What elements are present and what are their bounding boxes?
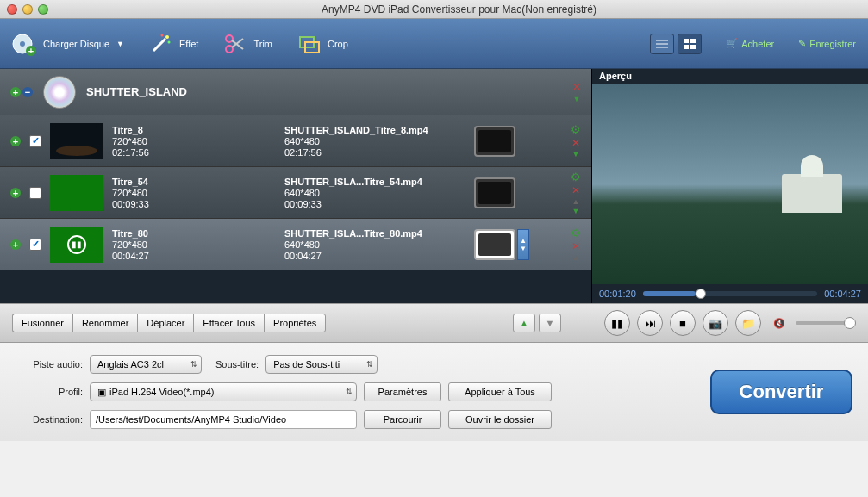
volume-icon[interactable]: 🔇 <box>773 318 785 329</box>
svg-rect-18 <box>690 39 696 43</box>
expand-icon[interactable]: + <box>10 87 21 97</box>
source-title: Titre_54 <box>112 177 276 187</box>
preview-label: Aperçu <box>592 69 868 84</box>
load-disc-button[interactable]: + Charger Disque ▼ <box>12 32 124 56</box>
gear-icon[interactable]: ⚙ <box>571 227 581 239</box>
svg-rect-17 <box>684 39 689 43</box>
title-row[interactable]: + Titre_54 720*480 00:09:33 SHUTTER_ISLA… <box>0 167 591 219</box>
remove-disc-icon[interactable]: ✕ <box>572 81 581 93</box>
move-up-button[interactable]: ▲ <box>513 314 535 332</box>
open-folder-button[interactable]: 📁 <box>735 310 761 336</box>
list-view-button[interactable] <box>650 34 674 54</box>
disc-header-row[interactable]: + − SHUTTER_ISLAND ✕ ▼ <box>0 69 591 115</box>
window-title: AnyMP4 DVD iPad Convertisseur pour Mac(N… <box>57 3 861 16</box>
svg-point-7 <box>167 40 170 43</box>
disc-plus-icon: + <box>12 32 36 56</box>
device-icon[interactable] <box>474 229 515 260</box>
row-checkbox[interactable] <box>29 135 41 147</box>
device-icon[interactable] <box>474 126 515 157</box>
open-folder-button[interactable]: Ouvrir le dossier <box>448 410 552 429</box>
move-up-icon[interactable]: ▲ <box>572 253 580 262</box>
output-name: SHUTTER_ISLA...Titre_54.mp4 <box>284 177 465 187</box>
scissors-icon <box>222 32 247 56</box>
pen-icon: ✎ <box>798 38 806 49</box>
properties-button[interactable]: Propriétés <box>264 314 326 332</box>
main-toolbar: + Charger Disque ▼ Effet Trim Crop 🛒Ache… <box>0 19 868 69</box>
source-title: Titre_8 <box>112 125 276 135</box>
volume-slider[interactable] <box>796 321 856 325</box>
remove-row-icon[interactable]: ✕ <box>571 184 580 196</box>
expand-icon[interactable]: + <box>10 136 21 146</box>
minimize-icon[interactable] <box>22 4 33 15</box>
disc-icon <box>43 76 76 109</box>
browse-button[interactable]: Parcourir <box>364 410 441 429</box>
svg-rect-19 <box>684 45 689 49</box>
remove-row-icon[interactable]: ✕ <box>571 240 580 252</box>
thumbnail <box>50 123 103 159</box>
seek-slider[interactable] <box>643 291 817 296</box>
grid-view-button[interactable] <box>678 34 702 54</box>
collapse-icon[interactable]: − <box>22 87 33 97</box>
title-row[interactable]: + Titre_80 720*480 00:04:27 SHUTTER_ISLA… <box>0 219 591 270</box>
bottom-panel: Piste audio: Anglais AC3 2cl Sous-titre:… <box>0 343 868 441</box>
svg-line-11 <box>232 39 243 47</box>
main-area: + − SHUTTER_ISLAND ✕ ▼ + Titre_8 720*480… <box>0 69 868 303</box>
audio-track-label: Piste audio: <box>16 359 83 370</box>
zoom-icon[interactable] <box>38 4 48 15</box>
controls-bar: Fusionner Renommer Déplacer Effacer Tous… <box>0 303 868 343</box>
register-link[interactable]: ✎Enregistrer <box>798 38 856 49</box>
pause-button[interactable]: ▮▮ <box>604 310 630 336</box>
gear-icon[interactable]: ⚙ <box>571 171 581 183</box>
source-res: 720*480 <box>112 188 276 198</box>
source-title: Titre_80 <box>112 228 276 239</box>
output-name: SHUTTER_ISLA...Titre_80.mp4 <box>284 228 465 239</box>
clear-all-button[interactable]: Effacer Tous <box>193 314 264 332</box>
snapshot-button[interactable]: 📷 <box>703 310 728 336</box>
wand-icon <box>148 32 172 56</box>
row-checkbox[interactable] <box>29 187 41 199</box>
next-button[interactable]: ⏭ <box>637 310 663 336</box>
move-down-button[interactable]: ▼ <box>539 314 561 332</box>
expand-icon[interactable]: + <box>10 188 21 198</box>
close-icon[interactable] <box>7 4 17 15</box>
crop-label: Crop <box>328 39 348 49</box>
rename-button[interactable]: Renommer <box>72 314 137 332</box>
remove-row-icon[interactable]: ✕ <box>571 137 580 149</box>
svg-rect-20 <box>690 45 696 49</box>
load-disc-label: Charger Disque <box>43 39 109 49</box>
move-down-icon[interactable]: ▼ <box>572 207 580 215</box>
crop-button[interactable]: Crop <box>297 32 348 56</box>
destination-field[interactable]: /Users/test/Documents/AnyMP4 Studio/Vide… <box>90 410 357 429</box>
trim-button[interactable]: Trim <box>222 32 272 56</box>
expand-icon[interactable]: + <box>10 239 21 250</box>
move-button[interactable]: Déplacer <box>137 314 193 332</box>
move-up-icon[interactable]: ▲ <box>572 197 580 206</box>
parameters-button[interactable]: Paramètres <box>364 382 441 401</box>
output-dur: 00:04:27 <box>284 251 465 261</box>
stop-button[interactable]: ■ <box>670 310 696 336</box>
audio-track-select[interactable]: Anglais AC3 2cl <box>90 355 202 374</box>
move-down-icon[interactable]: ▼ <box>572 150 580 158</box>
profile-select[interactable]: ▣iPad H.264 Video(*.mp4) <box>90 382 357 401</box>
time-total: 00:04:27 <box>824 289 861 299</box>
source-res: 720*480 <box>112 136 276 146</box>
buy-link[interactable]: 🛒Acheter <box>726 38 774 49</box>
apply-all-button[interactable]: Appliquer à Tous <box>448 382 552 401</box>
device-dropdown[interactable]: ▲▼ <box>517 229 529 260</box>
convert-button[interactable]: Convertir <box>710 370 852 414</box>
source-res: 720*480 <box>112 239 276 250</box>
subtitle-label: Sous-titre: <box>215 359 259 370</box>
thumbnail <box>50 175 103 211</box>
time-bar: 00:01:20 00:04:27 <box>592 284 868 303</box>
svg-point-22 <box>56 146 97 156</box>
row-checkbox[interactable] <box>29 239 41 251</box>
device-icon[interactable] <box>474 177 515 208</box>
thumbnail <box>50 227 103 263</box>
effect-button[interactable]: Effet <box>148 32 198 56</box>
subtitle-select[interactable]: Pas de Sous-titi <box>265 355 378 374</box>
traffic-lights <box>7 4 48 15</box>
title-row[interactable]: + Titre_8 720*480 02:17:56 SHUTTER_ISLAN… <box>0 115 591 167</box>
gear-icon[interactable]: ⚙ <box>571 123 581 136</box>
move-down-icon[interactable]: ▼ <box>573 95 581 103</box>
merge-button[interactable]: Fusionner <box>12 314 72 332</box>
